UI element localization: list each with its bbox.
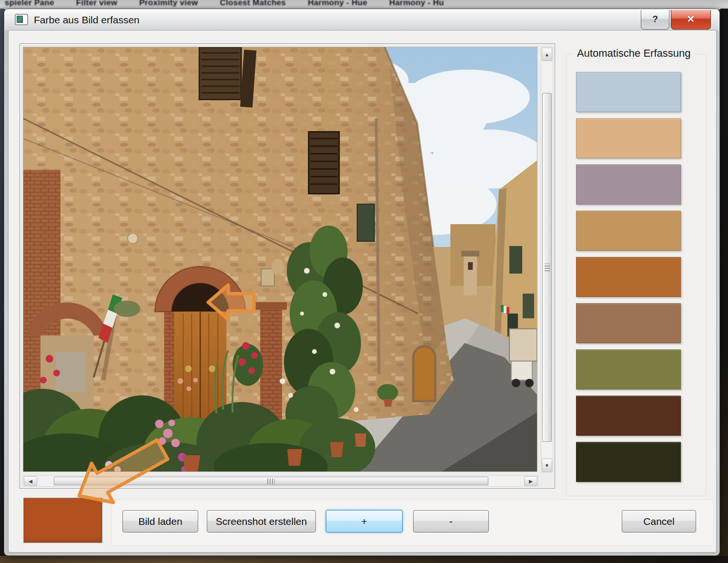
auto-swatch-list [576, 72, 681, 488]
background-right-edge [720, 9, 728, 563]
auto-swatch-dark-olive[interactable] [576, 442, 681, 482]
auto-swatch-sky-blue[interactable] [576, 72, 681, 112]
auto-swatch-camel[interactable] [576, 211, 681, 251]
background-tabs: spieler PaneFilter viewProximity viewClo… [5, 0, 466, 8]
vertical-scrollbar[interactable]: ▲ ▼ [541, 47, 553, 473]
scroll-up-icon[interactable]: ▲ [542, 48, 552, 61]
picked-color-swatch[interactable] [23, 498, 102, 543]
auto-swatch-sand[interactable] [576, 118, 681, 158]
dialog-client-area: ▲ ▼ ◀ ▶ Automatische Erfassung Bild lade… [9, 31, 716, 552]
image-viewer: ▲ ▼ ◀ ▶ [20, 43, 555, 489]
add-color-button[interactable]: + [326, 510, 403, 532]
horizontal-scrollbar[interactable]: ◀ ▶ [23, 475, 538, 487]
dialog-icon [15, 14, 28, 25]
background-tab: Harmony - Hu [389, 0, 444, 8]
background-bottom-edge [0, 556, 728, 563]
auto-swatch-dark-brown[interactable] [576, 396, 681, 436]
street-photo[interactable] [23, 47, 537, 472]
auto-swatch-terracotta[interactable] [576, 257, 681, 297]
titlebar[interactable]: Farbe aus Bild erfassen ? ✕ [4, 9, 719, 31]
auto-swatch-mauve[interactable] [576, 164, 681, 205]
background-tab: Proximity view [139, 0, 198, 8]
scroll-right-icon[interactable]: ▶ [524, 476, 537, 486]
button-panel: Bild laden Screenshot erstellen + - Canc… [111, 500, 714, 546]
auto-swatch-taupe[interactable] [576, 303, 681, 343]
horizontal-scroll-thumb[interactable] [54, 477, 488, 485]
capture-color-dialog: Farbe aus Bild erfassen ? ✕ [4, 9, 720, 556]
load-image-button[interactable]: Bild laden [122, 510, 198, 532]
background-tab: Filter view [76, 0, 117, 8]
remove-color-button[interactable]: - [413, 510, 489, 532]
auto-swatch-olive[interactable] [576, 349, 681, 389]
background-app-strip: spieler PaneFilter viewProximity viewClo… [0, 0, 728, 10]
cancel-button[interactable]: Cancel [622, 510, 696, 532]
scroll-down-icon[interactable]: ▼ [542, 459, 552, 472]
dialog-title: Farbe aus Bild erfassen [34, 9, 140, 31]
background-tab: Closest Matches [220, 0, 286, 8]
background-tab: Harmony - Hue [308, 0, 367, 8]
scroll-left-icon[interactable]: ◀ [24, 476, 37, 486]
close-button[interactable]: ✕ [671, 10, 711, 30]
background-tab: spieler Pane [5, 0, 54, 8]
screenshot-button[interactable]: Screenshot erstellen [207, 510, 316, 532]
vertical-scroll-thumb[interactable] [542, 93, 552, 442]
help-button[interactable]: ? [641, 10, 669, 30]
auto-capture-label: Automatische Erfassung [573, 47, 694, 60]
